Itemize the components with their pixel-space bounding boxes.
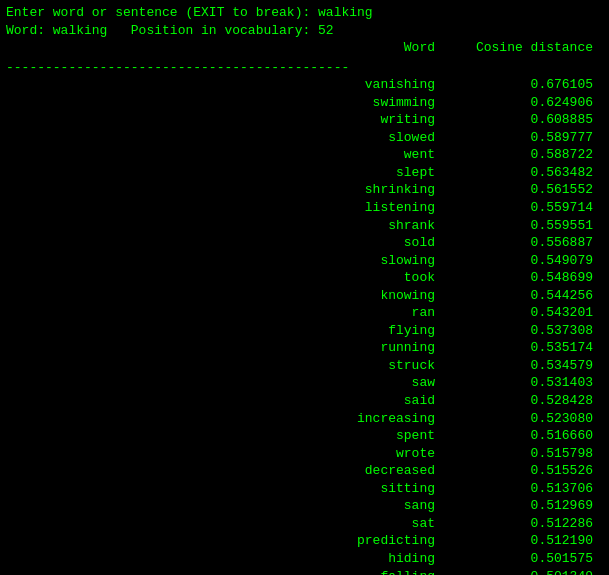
distance-cell: 0.501575 <box>443 550 603 568</box>
word-cell: shrinking <box>103 181 443 199</box>
table-row: sold0.556887 <box>6 234 603 252</box>
divider: ----------------------------------------… <box>6 59 603 77</box>
word-cell: took <box>103 269 443 287</box>
word-cell: writing <box>103 111 443 129</box>
word-info-line: Word: walking Position in vocabulary: 52 <box>6 22 603 40</box>
distance-cell: 0.549079 <box>443 252 603 270</box>
word-cell: increasing <box>103 410 443 428</box>
table-row: wrote0.515798 <box>6 445 603 463</box>
word-cell: predicting <box>103 532 443 550</box>
distance-cell: 0.515526 <box>443 462 603 480</box>
table-row: vanishing0.676105 <box>6 76 603 94</box>
table-row: ran0.543201 <box>6 304 603 322</box>
word-cell: sat <box>103 515 443 533</box>
distance-cell: 0.531403 <box>443 374 603 392</box>
table-row: swimming0.624906 <box>6 94 603 112</box>
word-cell: knowing <box>103 287 443 305</box>
table-row: shrinking0.561552 <box>6 181 603 199</box>
header-dist: Cosine distance <box>443 39 603 57</box>
table-row: said0.528428 <box>6 392 603 410</box>
distance-cell: 0.512190 <box>443 532 603 550</box>
distance-cell: 0.559551 <box>443 217 603 235</box>
word-cell: vanishing <box>103 76 443 94</box>
table-row: running0.535174 <box>6 339 603 357</box>
word-cell: running <box>103 339 443 357</box>
word-cell: swimming <box>103 94 443 112</box>
distance-cell: 0.544256 <box>443 287 603 305</box>
word-cell: struck <box>103 357 443 375</box>
distance-cell: 0.512286 <box>443 515 603 533</box>
table-row: flying0.537308 <box>6 322 603 340</box>
distance-cell: 0.515798 <box>443 445 603 463</box>
distance-cell: 0.534579 <box>443 357 603 375</box>
word-cell: slept <box>103 164 443 182</box>
distance-cell: 0.676105 <box>443 76 603 94</box>
word-cell: flying <box>103 322 443 340</box>
distance-cell: 0.516660 <box>443 427 603 445</box>
distance-cell: 0.535174 <box>443 339 603 357</box>
word-cell: went <box>103 146 443 164</box>
distance-cell: 0.588722 <box>443 146 603 164</box>
distance-cell: 0.523080 <box>443 410 603 428</box>
distance-cell: 0.556887 <box>443 234 603 252</box>
table-row: saw0.531403 <box>6 374 603 392</box>
table-row: spent0.516660 <box>6 427 603 445</box>
distance-cell: 0.513706 <box>443 480 603 498</box>
word-cell: sang <box>103 497 443 515</box>
table-row: sitting0.513706 <box>6 480 603 498</box>
word-cell: said <box>103 392 443 410</box>
word-list: vanishing0.676105swimming0.624906writing… <box>6 76 603 575</box>
word-cell: listening <box>103 199 443 217</box>
distance-cell: 0.548699 <box>443 269 603 287</box>
word-cell: ran <box>103 304 443 322</box>
table-row: struck0.534579 <box>6 357 603 375</box>
table-row: took0.548699 <box>6 269 603 287</box>
table-row: slept0.563482 <box>6 164 603 182</box>
table-row: knowing0.544256 <box>6 287 603 305</box>
distance-cell: 0.624906 <box>443 94 603 112</box>
table-row: hiding0.501575 <box>6 550 603 568</box>
table-row: sat0.512286 <box>6 515 603 533</box>
table-row: listening0.559714 <box>6 199 603 217</box>
header-word: Word <box>103 39 443 57</box>
word-cell: saw <box>103 374 443 392</box>
distance-cell: 0.589777 <box>443 129 603 147</box>
word-cell: slowing <box>103 252 443 270</box>
distance-cell: 0.543201 <box>443 304 603 322</box>
word-cell: hiding <box>103 550 443 568</box>
word-cell: decreased <box>103 462 443 480</box>
word-cell: wrote <box>103 445 443 463</box>
table-row: falling0.501349 <box>6 568 603 576</box>
table-row: increasing0.523080 <box>6 410 603 428</box>
table-row: went0.588722 <box>6 146 603 164</box>
distance-cell: 0.528428 <box>443 392 603 410</box>
word-cell: falling <box>103 568 443 576</box>
top-input-line: Enter word or sentence (EXIT to break): … <box>6 4 603 22</box>
table-row: decreased0.515526 <box>6 462 603 480</box>
distance-cell: 0.563482 <box>443 164 603 182</box>
table-row: slowed0.589777 <box>6 129 603 147</box>
table-row: slowing0.549079 <box>6 252 603 270</box>
distance-cell: 0.608885 <box>443 111 603 129</box>
distance-cell: 0.559714 <box>443 199 603 217</box>
table-row: shrank0.559551 <box>6 217 603 235</box>
distance-cell: 0.561552 <box>443 181 603 199</box>
word-cell: slowed <box>103 129 443 147</box>
table-row: writing0.608885 <box>6 111 603 129</box>
word-cell: sitting <box>103 480 443 498</box>
word-cell: spent <box>103 427 443 445</box>
word-cell: sold <box>103 234 443 252</box>
distance-cell: 0.501349 <box>443 568 603 576</box>
distance-cell: 0.512969 <box>443 497 603 515</box>
table-row: sang0.512969 <box>6 497 603 515</box>
table-row: predicting0.512190 <box>6 532 603 550</box>
word-cell: shrank <box>103 217 443 235</box>
distance-cell: 0.537308 <box>443 322 603 340</box>
